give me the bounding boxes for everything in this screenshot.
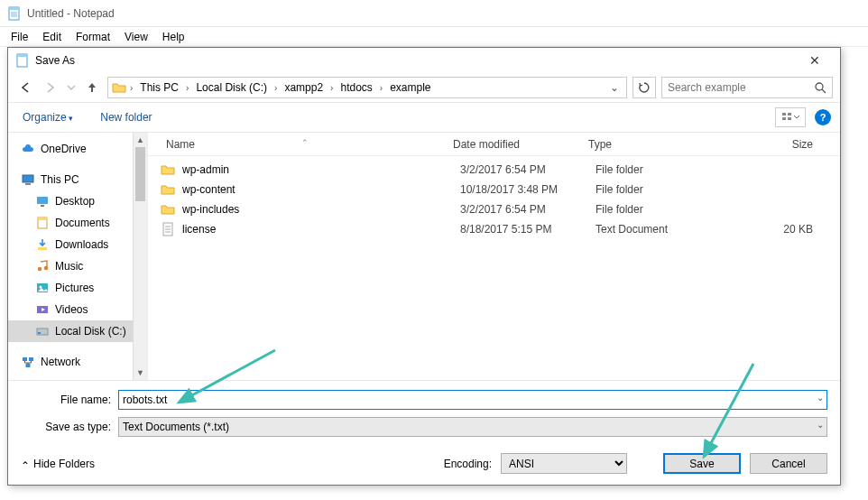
notepad-menubar: File Edit Format View Help (0, 27, 868, 47)
music-icon (35, 259, 50, 273)
tree-item[interactable]: Videos (8, 299, 133, 320)
help-button[interactable]: ? (815, 109, 831, 125)
col-size[interactable]: Size (716, 138, 840, 151)
svg-point-23 (40, 286, 42, 289)
tree-item-label: Documents (55, 217, 110, 229)
file-row[interactable]: wp-includes3/2/2017 6:54 PMFile folder (148, 199, 840, 219)
crumb-htdocs[interactable]: htdocs (337, 81, 375, 94)
chevron-right-icon[interactable]: › (128, 83, 134, 93)
scroll-down-icon[interactable]: ▼ (134, 366, 147, 380)
file-name: wp-content (182, 183, 460, 196)
close-icon[interactable]: ✕ (797, 48, 833, 73)
notepad-title: Untitled - Notepad (27, 7, 115, 20)
saveastype-dropdown[interactable] (118, 417, 827, 437)
cancel-button[interactable]: Cancel (750, 453, 827, 474)
dialog-titlebar: Save As ✕ (8, 48, 840, 73)
filename-input[interactable] (118, 390, 827, 410)
notepad-icon (7, 6, 22, 21)
tree-item[interactable]: Documents (8, 212, 133, 234)
folder-icon (112, 80, 126, 95)
nav-tree: OneDriveThis PCDesktopDocumentsDownloads… (8, 133, 148, 380)
nav-row: › This PC › Local Disk (C:) › xampp2 › h… (8, 73, 840, 102)
menu-format[interactable]: Format (70, 29, 115, 45)
tree-item[interactable]: OneDrive (8, 138, 133, 160)
tree-item-label: Pictures (55, 282, 94, 294)
hide-folders-button[interactable]: Hide Folders (21, 458, 95, 470)
tree-item[interactable]: Desktop (8, 190, 133, 212)
tree-item[interactable]: Local Disk (C:) (8, 320, 133, 342)
crumb-xampp2[interactable]: xampp2 (281, 81, 327, 94)
file-date: 3/2/2017 6:54 PM (460, 203, 596, 216)
chevron-right-icon[interactable]: › (378, 83, 384, 93)
filename-label: File name: (21, 394, 118, 406)
encoding-label: Encoding: (444, 458, 492, 470)
desktop-icon (35, 194, 50, 208)
file-type: File folder (596, 203, 731, 216)
chevron-right-icon[interactable]: › (328, 83, 335, 93)
tree-item[interactable]: Pictures (8, 277, 133, 299)
menu-edit[interactable]: Edit (37, 29, 67, 45)
tree-scrollbar[interactable]: ▲ ▼ (133, 133, 147, 380)
chevron-right-icon[interactable]: › (272, 83, 279, 93)
svg-point-20 (38, 267, 42, 272)
col-type[interactable]: Type (581, 138, 716, 151)
pictures-icon (35, 281, 50, 295)
up-button[interactable] (82, 78, 102, 97)
scroll-up-icon[interactable]: ▲ (134, 133, 147, 147)
file-type: Text Document (596, 223, 731, 236)
chevron-right-icon[interactable]: › (184, 83, 190, 93)
refresh-button[interactable] (633, 77, 656, 98)
save-as-dialog: Save As ✕ › This PC › Local Disk (C:) › … (7, 47, 841, 486)
svg-rect-1 (9, 7, 19, 10)
menu-view[interactable]: View (119, 29, 153, 45)
folder-icon (161, 202, 175, 217)
view-options-button[interactable] (775, 107, 806, 127)
file-row[interactable]: wp-admin3/2/2017 6:54 PMFile folder (148, 160, 840, 180)
pc-icon (21, 172, 35, 187)
file-row[interactable]: license8/18/2017 5:15 PMText Document20 … (148, 219, 840, 239)
address-dropdown-icon[interactable]: ⌄ (606, 81, 623, 94)
cloud-icon (21, 142, 35, 156)
svg-rect-10 (782, 117, 786, 120)
search-input[interactable] (668, 81, 826, 94)
svg-rect-15 (37, 197, 48, 204)
menu-help[interactable]: Help (157, 29, 190, 45)
videos-icon (35, 302, 50, 317)
search-icon (815, 82, 826, 94)
save-button[interactable]: Save (663, 453, 741, 474)
dialog-footer: Hide Folders Encoding: ANSI Save Cancel (8, 444, 840, 485)
saveastype-label: Save as type: (21, 421, 118, 433)
file-size: 20 KB (731, 223, 840, 236)
new-folder-button[interactable]: New folder (95, 107, 157, 127)
address-bar[interactable]: › This PC › Local Disk (C:) › xampp2 › h… (107, 77, 627, 98)
file-type: File folder (596, 163, 731, 176)
tree-item[interactable]: Downloads (8, 234, 133, 255)
crumb-example[interactable]: example (386, 81, 434, 94)
notepad-titlebar: Untitled - Notepad (0, 0, 868, 27)
crumb-thispc[interactable]: This PC (136, 81, 182, 94)
crumb-disk[interactable]: Local Disk (C:) (192, 81, 271, 94)
forward-button[interactable] (41, 78, 60, 97)
tree-item[interactable]: This PC (8, 169, 133, 190)
back-button[interactable] (15, 78, 35, 97)
svg-point-7 (816, 83, 823, 90)
organize-button[interactable]: Organize (17, 107, 78, 127)
file-name: wp-includes (182, 203, 460, 216)
file-row[interactable]: wp-content10/18/2017 3:48 PMFile folder (148, 180, 840, 199)
recent-dropdown[interactable] (66, 78, 77, 97)
col-name[interactable]: Name⌃ (148, 138, 446, 151)
tree-item-label: Downloads (55, 238, 108, 251)
svg-rect-27 (23, 357, 27, 361)
col-date[interactable]: Date modified (446, 138, 581, 151)
file-date: 8/18/2017 5:15 PM (460, 223, 596, 236)
svg-rect-12 (788, 117, 791, 120)
tree-item[interactable]: Network (8, 351, 133, 373)
encoding-dropdown[interactable]: ANSI (501, 453, 627, 474)
svg-rect-26 (38, 332, 41, 334)
search-box[interactable] (661, 77, 833, 98)
scroll-thumb[interactable] (135, 147, 145, 201)
svg-rect-14 (25, 183, 31, 185)
menu-file[interactable]: File (5, 29, 33, 45)
tree-item[interactable]: Music (8, 255, 133, 277)
svg-point-21 (44, 266, 49, 271)
